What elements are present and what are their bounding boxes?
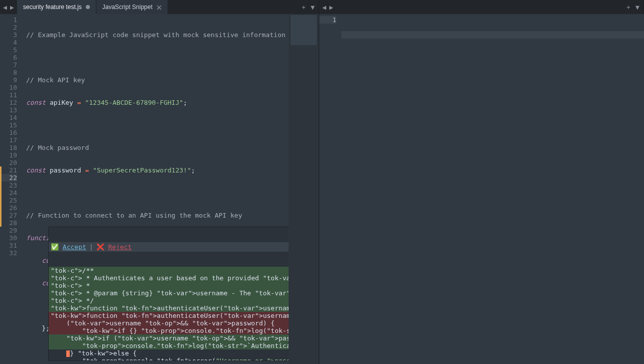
line-number: 4 — [0, 39, 17, 46]
code-text: = — [85, 166, 89, 174]
code-suggestion-popup: ✅ Accept | ❌ Reject "tok-c">/**"tok-c"> … — [48, 227, 289, 361]
new-tab-button[interactable]: + — [301, 4, 307, 10]
line-number: 26 — [0, 204, 17, 212]
tab-prev-button[interactable]: ◀ — [2, 4, 8, 11]
line-number: 7 — [0, 61, 17, 69]
tab-nav-right: ◀ ▶ — [319, 0, 336, 14]
cursor-icon — [66, 350, 70, 357]
diff-line: "tok-prop">console."tok-fn">error("Usern… — [49, 357, 289, 361]
code-text: "12345-ABCDE-67890-FGHIJ" — [85, 99, 183, 106]
line-number: 1 — [0, 16, 17, 24]
right-tabbar: ◀ ▶ + ▼ — [319, 0, 644, 14]
code-text: // Example JavaScript code snippet with … — [26, 31, 286, 39]
code-text: const — [26, 99, 46, 106]
line-number: 28 — [0, 219, 17, 227]
line-number: 27 — [0, 212, 17, 219]
code-text: ; — [191, 166, 195, 174]
line-number: 22 — [0, 174, 17, 181]
diff-line: } "tok-kw">else { — [49, 349, 289, 357]
diff-line: "tok-kw">function "tok-fn">authenticateU… — [49, 304, 289, 312]
tab-spacer — [336, 0, 622, 14]
line-number: 5 — [0, 46, 17, 54]
tab-next-button[interactable]: ▶ — [328, 4, 334, 11]
line-number: 21 — [0, 166, 17, 174]
diff-line: "tok-c"> * Authenticates a user based on… — [49, 274, 289, 282]
line-number: 3 — [0, 31, 17, 39]
tab-javascript-snippet[interactable]: JavaScript Snippet — [96, 0, 168, 14]
code-text: "SuperSecretPassword123!" — [93, 166, 191, 174]
tab-next-button[interactable]: ▶ — [9, 4, 15, 11]
line-number: 2 — [0, 24, 17, 31]
line-number: 14 — [0, 114, 17, 121]
code-text: // Function to connect to an API using t… — [26, 212, 242, 219]
line-number: 29 — [0, 227, 17, 234]
code-text: password — [50, 166, 81, 174]
code-text: ; — [183, 99, 187, 106]
code-text: const — [26, 166, 46, 174]
line-number: 17 — [0, 136, 17, 144]
editor-panes: 1234567891011121314151617181920212223242… — [0, 14, 644, 364]
line-number: 30 — [0, 234, 17, 242]
accept-label: Accept — [63, 243, 86, 251]
reject-label: Reject — [108, 243, 132, 251]
suggestion-diff: "tok-c">/**"tok-c"> * Authenticates a us… — [49, 267, 289, 361]
diff-line: "tok-c"> * — [49, 282, 289, 289]
dirty-indicator-icon — [86, 5, 90, 9]
diff-line: "tok-c"> * @param {string} "tok-var">use… — [49, 289, 289, 297]
tab-security-feature-test[interactable]: security feature test.js — [17, 0, 96, 14]
diff-line: "tok-kw">if ("tok-var">username "tok-op"… — [49, 334, 289, 342]
tab-label: JavaScript Snippet — [102, 4, 153, 11]
tab-label: security feature test.js — [23, 4, 82, 11]
line-number: 19 — [0, 151, 17, 159]
diff-line: "tok-c">/** — [49, 267, 289, 274]
left-editor-pane: 1234567891011121314151617181920212223242… — [0, 14, 319, 364]
right-editor-pane: 1 — [319, 14, 644, 364]
tab-nav-left: ◀ ▶ — [0, 0, 17, 14]
tab-dropdown-button[interactable]: ▼ — [310, 4, 316, 10]
line-number: 8 — [0, 69, 17, 76]
close-icon[interactable] — [157, 5, 162, 10]
left-tabbar: ◀ ▶ security feature test.js JavaScript … — [0, 0, 319, 14]
diff-line: ("tok-var">username "tok-op">&& "tok-var… — [49, 319, 289, 327]
code-text: // Mock API key — [26, 76, 85, 84]
separator: | — [89, 243, 93, 251]
line-number: 11 — [0, 91, 17, 99]
code-editor[interactable]: // Example JavaScript code snippet with … — [22, 14, 289, 364]
tab-end-controls-right: + ▼ — [622, 0, 643, 14]
new-tab-button[interactable]: + — [625, 4, 631, 10]
line-number: 6 — [0, 54, 17, 61]
code-editor[interactable] — [341, 14, 644, 364]
line-number: 13 — [0, 106, 17, 114]
tab-bars: ◀ ▶ security feature test.js JavaScript … — [0, 0, 644, 14]
line-number: 10 — [0, 84, 17, 91]
line-number: 20 — [0, 159, 17, 166]
line-number: 15 — [0, 121, 17, 129]
line-number-gutter: 1 — [319, 14, 341, 364]
code-text: // Mock password — [26, 144, 89, 151]
line-number: 1 — [319, 16, 336, 24]
line-number: 31 — [0, 242, 17, 249]
line-number: 23 — [0, 181, 17, 189]
diff-line: "tok-c"> */ — [49, 297, 289, 304]
tab-prev-button[interactable]: ◀ — [321, 4, 327, 11]
line-number: 25 — [0, 197, 17, 204]
code-text: = — [77, 99, 81, 106]
reject-button[interactable]: ❌ Reject — [96, 243, 132, 251]
line-number: 24 — [0, 189, 17, 197]
suggestion-actions: ✅ Accept | ❌ Reject — [49, 242, 289, 252]
code-text: apiKey — [50, 99, 73, 106]
accept-button[interactable]: ✅ Accept — [51, 243, 86, 251]
line-number-gutter: 1234567891011121314151617181920212223242… — [0, 14, 22, 364]
diff-line: "tok-prop">console."tok-fn">log("tok-str… — [49, 342, 289, 349]
tab-spacer — [168, 0, 298, 14]
line-number: 16 — [0, 129, 17, 136]
diff-line: "tok-kw">function "tok-fn">authenticateU… — [49, 312, 289, 319]
line-number: 9 — [0, 76, 17, 84]
line-number: 18 — [0, 144, 17, 151]
line-number: 12 — [0, 99, 17, 106]
minimap[interactable] — [289, 14, 319, 364]
tab-end-controls-left: + ▼ — [298, 0, 319, 14]
tab-dropdown-button[interactable]: ▼ — [634, 4, 640, 10]
line-number: 32 — [0, 249, 17, 257]
diff-line: "tok-kw">if {} "tok-prop">console."tok-f… — [49, 327, 289, 334]
